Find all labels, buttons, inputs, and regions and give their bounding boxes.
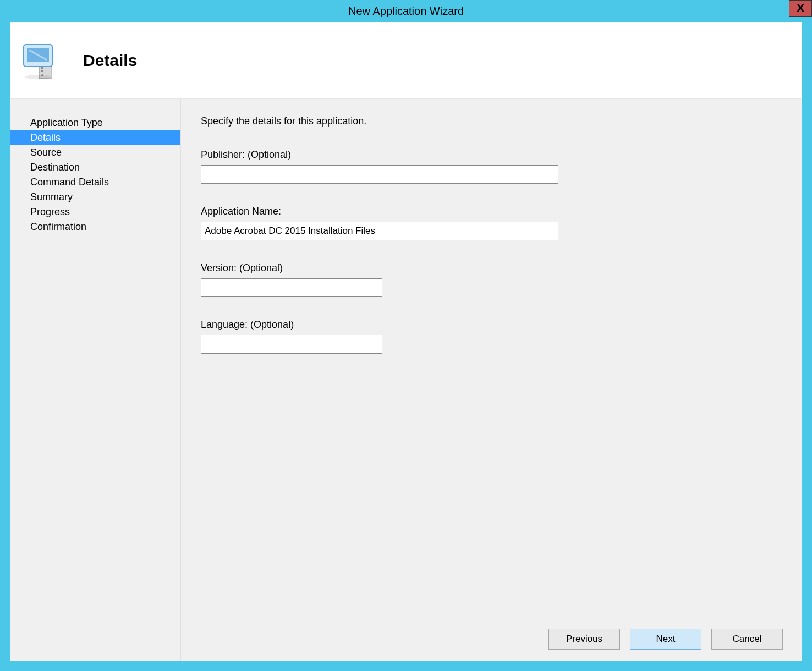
- nav-item-command-details[interactable]: Command Details: [10, 175, 180, 190]
- close-icon: X: [797, 1, 805, 15]
- client-area: Details Application Type Details Source …: [10, 22, 802, 661]
- header-band: Details: [10, 22, 802, 99]
- computer-icon: [23, 41, 67, 80]
- language-input[interactable]: [201, 335, 382, 354]
- next-button[interactable]: Next: [630, 629, 701, 650]
- titlebar: New Application Wizard X: [0, 0, 812, 22]
- appname-group: Application Name:: [201, 206, 782, 240]
- nav-item-source[interactable]: Source: [10, 145, 180, 160]
- instruction-text: Specify the details for this application…: [201, 116, 782, 127]
- nav-item-application-type[interactable]: Application Type: [10, 116, 180, 130]
- version-input[interactable]: [201, 278, 382, 297]
- svg-point-6: [25, 75, 51, 79]
- previous-button[interactable]: Previous: [548, 629, 620, 650]
- nav-item-destination[interactable]: Destination: [10, 160, 180, 175]
- language-group: Language: (Optional): [201, 319, 782, 354]
- version-label: Version: (Optional): [201, 262, 782, 274]
- nav-item-progress[interactable]: Progress: [10, 205, 180, 219]
- publisher-label: Publisher: (Optional): [201, 149, 782, 161]
- nav-item-details[interactable]: Details: [10, 130, 180, 145]
- nav-item-confirmation[interactable]: Confirmation: [10, 219, 180, 234]
- body-area: Application Type Details Source Destinat…: [10, 99, 802, 661]
- svg-rect-2: [41, 70, 43, 72]
- cancel-button[interactable]: Cancel: [711, 629, 783, 650]
- nav-item-summary[interactable]: Summary: [10, 190, 180, 205]
- close-button[interactable]: X: [789, 0, 812, 16]
- appname-label: Application Name:: [201, 206, 782, 217]
- publisher-group: Publisher: (Optional): [201, 149, 782, 184]
- wizard-window: New Application Wizard X Details: [0, 0, 812, 671]
- sidebar: Application Type Details Source Destinat…: [10, 99, 181, 661]
- publisher-input[interactable]: [201, 165, 558, 184]
- version-group: Version: (Optional): [201, 262, 782, 297]
- language-label: Language: (Optional): [201, 319, 782, 331]
- page-title: Details: [83, 51, 137, 70]
- content-pane: Specify the details for this application…: [181, 99, 802, 661]
- appname-input[interactable]: [201, 222, 558, 240]
- window-title: New Application Wizard: [348, 5, 464, 18]
- wizard-footer: Previous Next Cancel: [181, 617, 802, 661]
